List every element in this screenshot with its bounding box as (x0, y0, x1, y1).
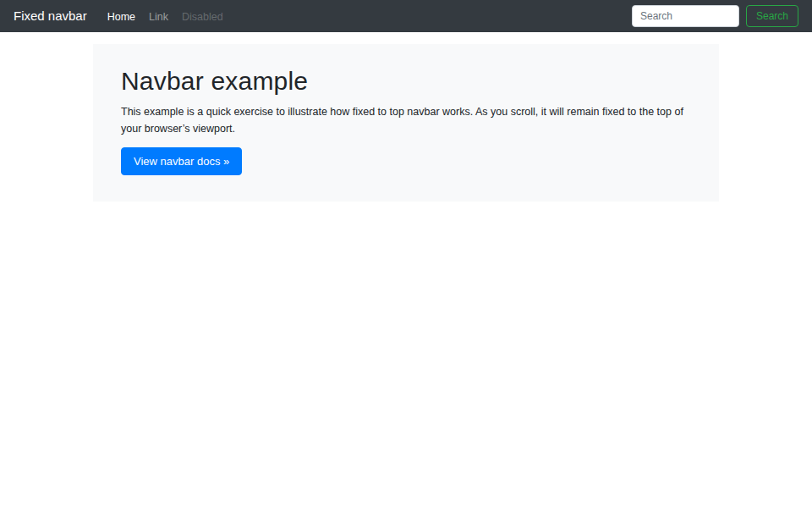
nav-item-link-wrap: Link (142, 8, 175, 24)
top-navbar: Fixed navbar Home Link Disabled Search (0, 0, 812, 32)
page-description: This example is a quick exercise to illu… (121, 103, 691, 137)
nav-item-home-wrap: Home (101, 8, 142, 24)
page-title: Navbar example (121, 66, 691, 97)
view-navbar-docs-button[interactable]: View navbar docs » (121, 147, 242, 175)
jumbotron: Navbar example This example is a quick e… (93, 44, 719, 202)
navbar-nav: Home Link Disabled (101, 8, 230, 24)
nav-item-link[interactable]: Link (142, 11, 175, 23)
search-button[interactable]: Search (746, 5, 798, 27)
navbar-brand[interactable]: Fixed navbar (14, 0, 87, 32)
nav-item-disabled: Disabled (175, 11, 230, 23)
search-input[interactable] (632, 5, 739, 27)
main-content: Navbar example This example is a quick e… (93, 44, 719, 202)
nav-item-home[interactable]: Home (101, 11, 142, 23)
nav-item-disabled-wrap: Disabled (175, 8, 230, 24)
search-form: Search (632, 5, 798, 27)
